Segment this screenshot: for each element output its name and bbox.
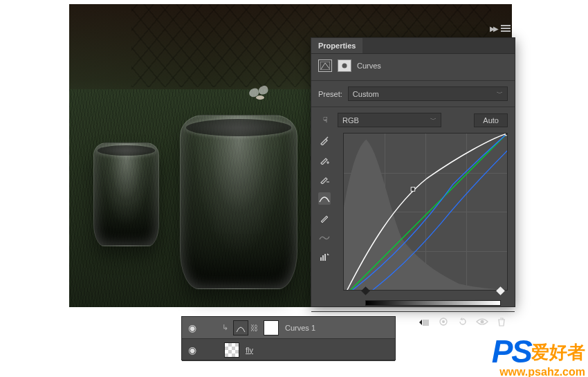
layers-panel: ◉ ↳ ⛓ Curves 1 ◉ fly (181, 316, 396, 360)
svg-rect-8 (411, 187, 415, 192)
clip-indicator-icon: ↳ (222, 323, 228, 332)
layer-name[interactable]: Curves 1 (281, 324, 315, 332)
svg-point-13 (481, 320, 484, 324)
adjustment-name: Curves (357, 62, 381, 70)
svg-rect-2 (320, 257, 322, 261)
fly-image (249, 89, 270, 104)
panel-menu-icon[interactable] (501, 25, 511, 33)
chevron-down-icon: ﹀ (497, 89, 503, 98)
layer-mask-thumb[interactable] (264, 320, 279, 335)
panel-tabbar: Properties (311, 38, 515, 54)
link-icon[interactable]: ⛓ (250, 324, 261, 332)
preset-label: Preset: (318, 90, 342, 98)
adjustment-thumb-icon[interactable] (233, 320, 248, 335)
input-slider[interactable] (365, 291, 501, 297)
curve-point-icon[interactable] (318, 192, 331, 205)
svg-rect-10 (423, 320, 429, 326)
clip-to-layer-icon[interactable] (418, 316, 430, 327)
reset-icon[interactable] (457, 316, 469, 327)
properties-panel: ▶▶ Properties Curves Preset: Custom ﹀ ☟ … (311, 37, 515, 307)
watermark-ps: PS (492, 333, 531, 370)
layer-thumb[interactable] (224, 342, 239, 358)
curves-graph[interactable] (343, 133, 508, 291)
view-previous-icon[interactable] (437, 316, 450, 327)
histogram-clip-icon[interactable] (318, 250, 331, 263)
jar-large (180, 115, 297, 289)
svg-rect-3 (322, 255, 324, 261)
curves-side-tools (318, 133, 331, 306)
mask-icon[interactable] (338, 59, 351, 72)
pencil-icon[interactable] (318, 212, 331, 224)
watermark-url: www.psahz.com (492, 366, 585, 377)
svg-point-1 (342, 64, 347, 68)
svg-rect-9 (505, 134, 507, 136)
target-adjust-icon[interactable]: ☟ (318, 114, 332, 127)
watermark-zh: 爱好者 (531, 340, 585, 365)
auto-button[interactable]: Auto (474, 113, 508, 127)
svg-line-6 (344, 134, 507, 291)
smooth-icon[interactable] (318, 231, 331, 243)
properties-tab[interactable]: Properties (311, 38, 362, 53)
watermark: PS爱好者 www.psahz.com (492, 333, 585, 377)
visibility-toggle-icon[interactable]: ◉ (182, 344, 203, 356)
layer-name[interactable]: fly (241, 346, 253, 354)
svg-rect-4 (324, 254, 326, 261)
jar-small (93, 142, 159, 246)
collapse-panel-icon[interactable]: ▶▶ (490, 25, 497, 33)
preset-select[interactable]: Custom ﹀ (348, 86, 508, 101)
svg-line-5 (344, 134, 507, 291)
channel-select[interactable]: RGB ﹀ (338, 113, 441, 127)
visibility-toggle-icon[interactable]: ◉ (182, 322, 203, 333)
svg-point-12 (442, 320, 445, 323)
eyedropper-plus-icon[interactable] (318, 154, 331, 166)
chevron-down-icon: ﹀ (430, 116, 437, 125)
layer-row-curves[interactable]: ◉ ↳ ⛓ Curves 1 (182, 317, 395, 339)
input-gradient (365, 300, 501, 306)
adjustment-type-icon[interactable] (318, 59, 332, 72)
eyedropper-minus-icon[interactable] (318, 173, 331, 185)
layer-row-fly[interactable]: ◉ fly (182, 339, 395, 361)
preset-value: Custom (353, 90, 379, 98)
toggle-visibility-icon[interactable] (476, 316, 488, 327)
eyedropper-icon[interactable] (318, 134, 331, 147)
channel-value: RGB (342, 116, 359, 125)
trash-icon[interactable] (495, 316, 508, 327)
curve-lines (344, 134, 507, 291)
